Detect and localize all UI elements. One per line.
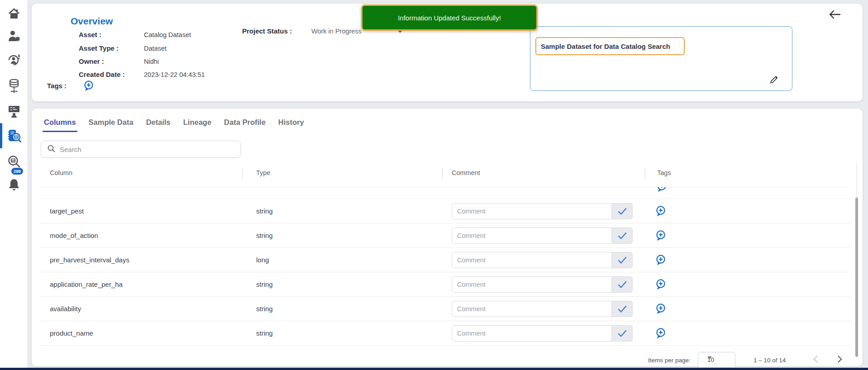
comment-input[interactable] bbox=[452, 301, 612, 317]
add-tag-icon[interactable] bbox=[655, 254, 666, 267]
database-network-icon bbox=[7, 79, 21, 93]
project-status-label: Project Status : bbox=[242, 27, 292, 35]
user-alert-icon bbox=[7, 53, 21, 67]
page-title: Overview bbox=[71, 16, 113, 27]
column-name-cell: target_pest bbox=[50, 207, 84, 215]
tab-sample-data[interactable]: Sample Data bbox=[87, 118, 135, 132]
bell-icon bbox=[7, 178, 21, 191]
comment-input[interactable] bbox=[452, 252, 612, 268]
project-status-dropdown[interactable]: Work in Progress bbox=[311, 28, 362, 35]
column-separator bbox=[442, 168, 443, 180]
comment-save-button[interactable] bbox=[612, 203, 633, 219]
asset-type-label: Asset Type : bbox=[79, 44, 119, 52]
sidebar-item-user-management[interactable] bbox=[6, 28, 22, 44]
header-comment: Comment bbox=[452, 169, 480, 176]
asset-value: Catalog Dataset bbox=[144, 31, 191, 38]
search-icon bbox=[48, 145, 55, 154]
table-row: pre_harvest_interval_days long bbox=[41, 248, 850, 272]
table-scrollbar-thumb[interactable] bbox=[855, 198, 858, 357]
sidebar-item-account-alert[interactable] bbox=[6, 52, 22, 68]
table-row: product_name string bbox=[41, 321, 850, 346]
asset-type-value: Dataset bbox=[144, 45, 167, 52]
description-box bbox=[530, 26, 792, 91]
bottom-accent-bar bbox=[0, 368, 868, 370]
column-type-cell: string bbox=[256, 280, 273, 288]
user-gear-icon bbox=[7, 29, 21, 43]
tab-columns[interactable]: Columns bbox=[43, 118, 77, 132]
comment-save-button[interactable] bbox=[612, 301, 633, 317]
sidebar-item-training[interactable] bbox=[6, 103, 22, 119]
sidebar bbox=[0, 0, 28, 370]
items-per-page-select[interactable]: 10 bbox=[698, 352, 735, 368]
column-type-cell: string bbox=[256, 232, 273, 239]
tab-data-profile[interactable]: Data Profile bbox=[223, 118, 267, 132]
tab-history[interactable]: History bbox=[277, 118, 305, 132]
add-tag-icon[interactable] bbox=[655, 205, 666, 218]
column-separator bbox=[242, 168, 243, 180]
toast-notification: Information Updated Successfully! bbox=[361, 5, 538, 31]
back-arrow-icon[interactable] bbox=[828, 9, 841, 21]
sidebar-item-home[interactable] bbox=[6, 6, 22, 22]
column-type-cell: string bbox=[256, 329, 273, 337]
home-icon bbox=[7, 7, 21, 21]
add-tag-icon[interactable] bbox=[655, 230, 666, 243]
page-range: 1 – 10 of 14 bbox=[754, 357, 786, 364]
table-row: target_pest string bbox=[41, 199, 850, 223]
add-tag-icon[interactable] bbox=[656, 187, 667, 193]
next-page-icon[interactable] bbox=[835, 354, 844, 365]
comment-input[interactable] bbox=[452, 325, 612, 342]
partial-row bbox=[653, 187, 672, 193]
notification-badge: 298 bbox=[11, 168, 23, 175]
tab-details[interactable]: Details bbox=[145, 118, 172, 132]
edit-pencil-icon[interactable] bbox=[769, 75, 778, 85]
add-tag-icon[interactable] bbox=[655, 303, 666, 316]
comment-input[interactable] bbox=[452, 203, 612, 219]
header-tags: Tags bbox=[657, 169, 671, 176]
add-tag-icon[interactable] bbox=[83, 80, 94, 93]
table-row: application_rate_per_ha string bbox=[41, 272, 850, 297]
tags-label: Tags : bbox=[47, 82, 67, 90]
table-row: mode_of_action string bbox=[41, 223, 850, 248]
column-type-cell: string bbox=[256, 305, 273, 313]
data-catalog-search-icon bbox=[6, 128, 22, 144]
search-box bbox=[41, 141, 241, 158]
comment-save-button[interactable] bbox=[612, 252, 633, 268]
owner-label: Owner : bbox=[79, 57, 104, 65]
comment-input[interactable] bbox=[452, 228, 612, 244]
description-tag-chip[interactable]: Sample Dataset for Data Catalog Search bbox=[535, 37, 685, 55]
tab-bar: ColumnsSample DataDetailsLineageData Pro… bbox=[43, 118, 305, 132]
toast-message: Information Updated Successfully! bbox=[398, 14, 501, 22]
column-separator bbox=[645, 168, 645, 180]
header-type: Type bbox=[256, 169, 270, 176]
comment-input[interactable] bbox=[452, 276, 612, 293]
presentation-icon bbox=[7, 104, 21, 118]
items-per-page-label: Items per page: bbox=[648, 357, 691, 364]
column-name-cell: pre_harvest_interval_days bbox=[50, 256, 129, 264]
columns-table: target_pest string mode_of_action string… bbox=[41, 199, 850, 346]
sidebar-item-data-sources[interactable] bbox=[6, 78, 22, 94]
column-name-cell: availability bbox=[50, 305, 81, 313]
column-name-cell: application_rate_per_ha bbox=[50, 280, 123, 288]
chevron-down-icon bbox=[707, 356, 712, 359]
sidebar-item-data-search[interactable] bbox=[6, 153, 22, 170]
search-data-icon bbox=[7, 155, 21, 168]
add-tag-icon[interactable] bbox=[655, 279, 666, 292]
previous-page-icon[interactable] bbox=[811, 354, 821, 365]
sidebar-item-notifications[interactable] bbox=[6, 176, 22, 193]
comment-save-button[interactable] bbox=[612, 276, 633, 293]
asset-label: Asset : bbox=[79, 31, 101, 38]
created-date-label: Created Date : bbox=[79, 71, 125, 78]
sidebar-item-data-catalog[interactable] bbox=[6, 128, 22, 144]
row-divider bbox=[41, 187, 850, 187]
active-nav-indicator bbox=[0, 123, 2, 148]
column-type-cell: long bbox=[256, 256, 269, 264]
comment-save-button[interactable] bbox=[612, 325, 633, 342]
owner-value: Nidhi bbox=[144, 58, 159, 65]
search-input[interactable] bbox=[60, 146, 232, 153]
add-tag-icon[interactable] bbox=[655, 327, 666, 341]
created-date-value: 2023-12-22 04:43:51 bbox=[144, 71, 205, 78]
comment-save-button[interactable] bbox=[612, 228, 633, 244]
header-column: Column bbox=[50, 169, 72, 176]
tab-lineage[interactable]: Lineage bbox=[182, 118, 213, 132]
column-name-cell: mode_of_action bbox=[50, 232, 98, 239]
